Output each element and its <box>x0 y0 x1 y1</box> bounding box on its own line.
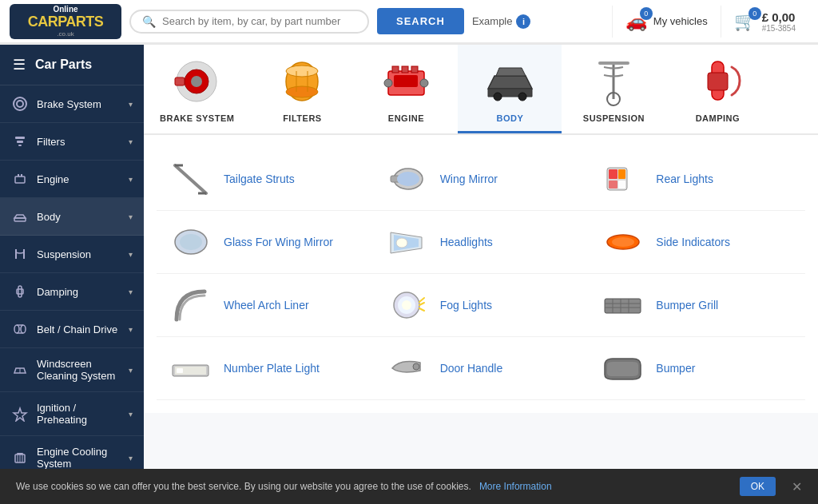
chevron-icon: ▾ <box>129 137 133 146</box>
part-item-bumper[interactable]: Bumper <box>589 337 805 400</box>
cookie-bar: We use cookies so we can offer you the b… <box>0 469 818 504</box>
engine-image <box>374 53 438 109</box>
svg-rect-23 <box>17 453 23 454</box>
part-item-bumper-grill[interactable]: Bumper Grill <box>589 274 805 337</box>
category-brake-system[interactable]: BRAKE SYSTEM <box>144 45 250 133</box>
chevron-icon: ▾ <box>129 175 133 184</box>
damping-icon <box>11 283 29 300</box>
svg-point-14 <box>21 325 26 333</box>
rear-lights-image <box>598 159 646 199</box>
svg-point-29 <box>286 65 318 77</box>
search-input[interactable] <box>162 15 356 27</box>
part-item-tailgate-struts[interactable]: Tailgate Struts <box>157 148 373 211</box>
svg-rect-3 <box>17 141 23 143</box>
door-handle-image <box>383 348 431 388</box>
svg-rect-56 <box>618 181 625 189</box>
chevron-icon: ▾ <box>129 288 133 296</box>
sidebar-item-engine[interactable]: Engine ▾ <box>0 161 144 198</box>
svg-rect-73 <box>177 368 183 373</box>
sidebar-item-ignition[interactable]: Ignition / Preheating ▾ <box>0 392 144 436</box>
svg-rect-37 <box>394 75 418 87</box>
svg-line-46 <box>175 165 206 193</box>
part-item-wheel-arch-liner[interactable]: Wheel Arch Liner <box>157 274 373 337</box>
example-label: Example <box>472 15 513 27</box>
logo[interactable]: Online CARPARTS .co.uk <box>10 4 121 39</box>
part-item-rear-lights[interactable]: Rear Lights <box>589 148 805 211</box>
my-vehicles-action[interactable]: 🚗 0 My vehicles <box>612 6 721 38</box>
svg-point-1 <box>17 101 23 107</box>
sidebar-item-windscreen[interactable]: Windscreen Cleaning System ▾ <box>0 348 144 392</box>
search-button[interactable]: SEARCH <box>377 8 464 34</box>
svg-point-64 <box>402 300 411 310</box>
chevron-icon: ▾ <box>129 366 133 375</box>
svg-point-26 <box>191 76 202 87</box>
windscreen-icon <box>11 361 29 379</box>
sidebar-header: ☰ Car Parts <box>0 45 144 85</box>
part-item-wing-mirror[interactable]: Wing Mirror <box>373 148 590 211</box>
svg-rect-53 <box>609 169 617 179</box>
search-icon: 🔍 <box>142 15 156 28</box>
sidebar-label-cooling: Engine Cooling System <box>37 446 121 470</box>
part-item-fog-lights[interactable]: Fog Lights <box>373 274 590 337</box>
category-suspension[interactable]: SUSPENSION <box>562 45 665 133</box>
chevron-icon: ▾ <box>129 100 133 109</box>
cart-badge: 0 <box>749 7 761 20</box>
hamburger-icon[interactable]: ☰ <box>13 56 26 73</box>
part-name-door-handle: Door Handle <box>440 362 503 375</box>
svg-rect-45 <box>708 73 728 90</box>
vehicles-badge: 0 <box>640 7 653 20</box>
brake-icon <box>11 95 29 113</box>
info-icon[interactable]: i <box>516 14 530 29</box>
part-name-wheel-arch-liner: Wheel Arch Liner <box>224 299 309 312</box>
cart-price: £ 0,00 <box>762 10 796 24</box>
sidebar-item-brake-system[interactable]: Brake System ▾ <box>0 85 144 123</box>
part-item-door-handle[interactable]: Door Handle <box>373 337 590 400</box>
category-filters[interactable]: FILTERS <box>250 45 354 133</box>
tailgate-struts-image <box>166 159 214 199</box>
sidebar-label-belt: Belt / Chain Drive <box>37 323 121 335</box>
cart-action[interactable]: 🛒 0 £ 0,00 #15-3854 <box>721 6 808 38</box>
part-item-side-indicators[interactable]: Side Indicators <box>589 211 805 274</box>
sidebar-label-suspension: Suspension <box>37 248 121 260</box>
part-name-tailgate-struts: Tailgate Struts <box>224 173 295 185</box>
number-plate-light-image <box>166 348 214 388</box>
cookie-close-button[interactable]: ✕ <box>792 479 802 494</box>
svg-rect-7 <box>21 174 22 177</box>
example-wrap: Example i <box>472 14 531 29</box>
sidebar: ☰ Car Parts Brake System ▾ Filters ▾ Eng… <box>0 45 144 504</box>
sidebar-item-belt[interactable]: Belt / Chain Drive ▾ <box>0 311 144 348</box>
part-name-rear-lights: Rear Lights <box>656 173 713 185</box>
cookie-more-info-link[interactable]: More Information <box>479 481 552 492</box>
sidebar-item-damping[interactable]: Damping ▾ <box>0 273 144 311</box>
cookie-ok-button[interactable]: OK <box>740 477 776 496</box>
sidebar-item-body[interactable]: Body ▾ <box>0 198 144 236</box>
category-engine[interactable]: ENGINE <box>354 45 458 133</box>
vehicles-label: My vehicles <box>653 15 708 27</box>
svg-rect-55 <box>618 169 625 179</box>
sidebar-title: Car Parts <box>35 58 92 72</box>
cat-label-engine: ENGINE <box>388 113 424 123</box>
category-damping[interactable]: DAMPING <box>665 45 769 133</box>
svg-rect-54 <box>609 181 617 189</box>
svg-rect-11 <box>18 286 22 297</box>
sidebar-label-body: Body <box>37 211 121 223</box>
sidebar-item-suspension[interactable]: Suspension ▾ <box>0 236 144 273</box>
part-item-number-plate-light[interactable]: Number Plate Light <box>157 337 373 400</box>
wheel-arch-liner-image <box>166 285 214 325</box>
svg-rect-12 <box>17 289 23 294</box>
bumper-grill-image <box>598 285 646 325</box>
suspension-image <box>582 53 645 109</box>
svg-point-41 <box>518 93 526 101</box>
category-body[interactable]: BODY <box>458 45 562 133</box>
headlights-image <box>383 222 431 262</box>
svg-rect-36 <box>411 66 418 73</box>
sidebar-item-filters[interactable]: Filters ▾ <box>0 123 144 161</box>
sidebar-label-ignition: Ignition / Preheating <box>37 402 121 426</box>
engine-icon <box>11 170 29 188</box>
belt-icon <box>11 320 29 338</box>
part-item-headlights[interactable]: Headlights <box>373 211 590 274</box>
svg-rect-4 <box>18 145 22 146</box>
part-item-glass-wing-mirror[interactable]: Glass For Wing Mirror <box>157 211 373 274</box>
layout: ☰ Car Parts Brake System ▾ Filters ▾ Eng… <box>0 45 818 504</box>
header-actions: 🚗 0 My vehicles 🛒 0 £ 0,00 #15-3854 <box>612 6 808 38</box>
